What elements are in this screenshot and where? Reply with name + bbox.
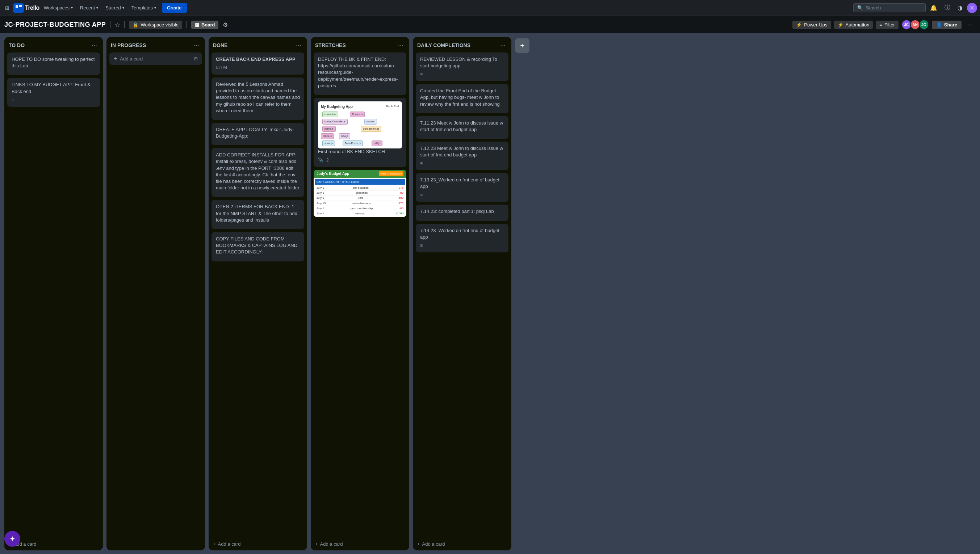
add-card-daily[interactable]: + Add a card bbox=[413, 538, 511, 550]
filter-icon: ≡ bbox=[879, 22, 882, 27]
list-title-inprogress: IN PROGRESS bbox=[111, 42, 192, 48]
desc-icon: ≡ bbox=[11, 97, 14, 103]
add-list-area: + bbox=[515, 37, 535, 550]
power-ups-button[interactable]: ⚡ Power-Ups bbox=[792, 21, 831, 29]
card-done-6[interactable]: COPY FILES AND CODE FROM BOOKMARKS & CAP… bbox=[212, 232, 304, 261]
add-icon-stretches: + bbox=[315, 541, 318, 547]
list-header-stretches: STRETCHES ··· bbox=[311, 37, 409, 53]
trello-logo[interactable]: Trello bbox=[13, 3, 40, 13]
list-inprogress: IN PROGRESS ··· + Add a card ⊞ bbox=[107, 37, 205, 550]
desc-icon-d4: ≡ bbox=[420, 161, 423, 167]
list-content-stretches: DEPLOY THE BK & FRNT END: https://github… bbox=[311, 53, 409, 538]
desc-icon-d1: ≡ bbox=[420, 71, 423, 78]
card-done-4[interactable]: ADD CORRECT INSTALLS FOR APP: Install ex… bbox=[212, 148, 304, 197]
card-daily-6[interactable]: 7.14.23: completed part 1: psql Lab bbox=[416, 205, 509, 221]
header-separator-3 bbox=[186, 21, 187, 28]
add-icon-done: + bbox=[213, 541, 216, 547]
list-content-todo: HOPE TO DO some tweaking to perfect this… bbox=[4, 53, 103, 538]
add-card-stretches[interactable]: + Add a card bbox=[311, 538, 409, 550]
attachment-count: 2 bbox=[326, 157, 329, 163]
grid-icon[interactable]: ⊞ bbox=[3, 5, 11, 11]
workspace-visibility-button[interactable]: 🔒 Workspace visible bbox=[129, 21, 182, 29]
recent-menu[interactable]: Recent ▾ bbox=[77, 4, 101, 12]
board-header: JC-PROJECT-BUDGETING APP ☆ 🔒 Workspace v… bbox=[0, 16, 980, 33]
list-dailycompletions: DAILY COMPLETIONS ··· REVIEWED LESSON & … bbox=[413, 37, 511, 550]
card-stretch-3[interactable]: Judy's Budget App New Transaction BANK A… bbox=[313, 170, 406, 217]
card-todo-1[interactable]: HOPE TO DO some tweaking to perfect this… bbox=[7, 53, 100, 75]
add-list-button[interactable]: + bbox=[515, 38, 530, 53]
list-header-todo: TO DO ··· bbox=[4, 37, 103, 53]
create-button[interactable]: Create bbox=[162, 3, 186, 13]
list-content-done: CREATE BACK END EXPRESS APP ☑ 0/4 Review… bbox=[208, 53, 307, 538]
card-stretch-2[interactable]: My Budgeting App Back End Routes.js budg… bbox=[313, 98, 406, 167]
checklist-badge: ☑ 0/4 bbox=[216, 65, 228, 71]
list-todo: TO DO ··· HOPE TO DO some tweaking to pe… bbox=[4, 37, 103, 550]
list-header-inprogress: IN PROGRESS ··· bbox=[107, 37, 205, 53]
list-menu-done[interactable]: ··· bbox=[294, 41, 303, 49]
templates-menu[interactable]: Templates ▾ bbox=[129, 4, 159, 12]
list-title-done: DONE bbox=[213, 42, 294, 48]
add-icon-daily: + bbox=[417, 541, 420, 547]
board-header-right: ⚡ Power-Ups ⚡ Automation ≡ Filter JC AH … bbox=[792, 19, 976, 30]
trello-wordmark: Trello bbox=[25, 5, 40, 11]
card-daily-2[interactable]: Created the Front End of the Budget App,… bbox=[416, 84, 509, 113]
starred-chevron: ▾ bbox=[123, 6, 124, 10]
theme-button[interactable]: ◑ bbox=[955, 3, 966, 13]
card-daily-5[interactable]: 7.13.23_Worked on frnt end of budget app… bbox=[416, 173, 509, 202]
search-bar[interactable]: 🔍 Search bbox=[853, 3, 926, 12]
share-icon: 👤 bbox=[936, 22, 942, 27]
star-button[interactable]: ☆ bbox=[115, 21, 120, 28]
card-stretch-1[interactable]: DEPLOY THE BK & FRNT END: https://github… bbox=[313, 53, 406, 95]
user-avatar[interactable]: JC bbox=[967, 3, 977, 13]
add-card-inline-btn[interactable]: + bbox=[114, 56, 117, 62]
templates-chevron: ▾ bbox=[154, 6, 156, 10]
add-card-done[interactable]: + Add a card bbox=[208, 538, 307, 550]
power-ups-icon: ⚡ bbox=[796, 22, 802, 27]
list-header-daily: DAILY COMPLETIONS ··· bbox=[413, 37, 511, 53]
list-menu-inprogress[interactable]: ··· bbox=[192, 41, 200, 49]
automation-icon: ⚡ bbox=[838, 22, 843, 27]
list-menu-daily[interactable]: ··· bbox=[499, 41, 507, 49]
template-icon[interactable]: ⊞ bbox=[194, 56, 198, 61]
filter-button[interactable]: ≡ Filter bbox=[876, 21, 898, 29]
board-title: JC-PROJECT-BUDGETING APP bbox=[4, 21, 106, 29]
card-daily-1[interactable]: REVIEWED LESSON & recording To start bud… bbox=[416, 53, 509, 81]
list-content-inprogress: + Add a card ⊞ bbox=[107, 53, 205, 550]
recent-chevron: ▾ bbox=[96, 6, 98, 10]
card-daily-4[interactable]: 7.12.23 Meet w John to discuss issue w s… bbox=[416, 142, 509, 170]
share-button[interactable]: 👤 Share bbox=[932, 21, 961, 29]
board-canvas: TO DO ··· HOPE TO DO some tweaking to pe… bbox=[0, 33, 980, 554]
add-card-inline: + Add a card ⊞ bbox=[109, 53, 202, 65]
card-done-1[interactable]: CREATE BACK END EXPRESS APP ☑ 0/4 bbox=[212, 53, 304, 75]
list-menu-todo[interactable]: ··· bbox=[90, 41, 99, 49]
automation-button[interactable]: ⚡ Automation bbox=[834, 21, 873, 29]
list-title-todo: TO DO bbox=[9, 42, 90, 48]
list-done: DONE ··· CREATE BACK END EXPRESS APP ☑ 0… bbox=[208, 37, 307, 550]
top-nav: ⊞ Trello Workspaces ▾ Recent ▾ Starred ▾… bbox=[0, 0, 980, 16]
workspace-icon: 🔒 bbox=[132, 22, 138, 27]
card-done-5[interactable]: OPEN 2 ITERMS FOR BACK END- 1 for the NM… bbox=[212, 200, 304, 229]
add-card-inline-label: Add a card bbox=[120, 56, 143, 62]
card-done-2[interactable]: Reviewed the 5 Lessons Ahmad provided to… bbox=[212, 78, 304, 120]
info-button[interactable]: ⓘ bbox=[942, 3, 953, 13]
card-done-3[interactable]: CREATE APP LOCALLY- mkdir Judy-Budgeting… bbox=[212, 123, 304, 145]
starred-menu[interactable]: Starred ▾ bbox=[102, 4, 127, 12]
list-menu-stretches[interactable]: ··· bbox=[396, 41, 405, 49]
card-daily-7[interactable]: 7.14.23_Worked on frnt end of budget app… bbox=[416, 224, 509, 252]
avatar-group: JC AH JG bbox=[901, 19, 929, 30]
card-daily-3[interactable]: 7.11.23 Meet w John to discuss issue w s… bbox=[416, 116, 509, 138]
attachment-icon: 📎 bbox=[318, 157, 323, 163]
more-button[interactable]: ··· bbox=[964, 19, 976, 30]
board-view-button[interactable]: ▦ Board bbox=[191, 21, 219, 29]
header-separator bbox=[110, 21, 110, 28]
customize-button[interactable]: ⚙ bbox=[221, 20, 229, 30]
bottom-app-icon[interactable]: ✦ bbox=[4, 531, 20, 547]
workspaces-menu[interactable]: Workspaces ▾ bbox=[41, 4, 76, 12]
avatar-jg[interactable]: JG bbox=[919, 19, 929, 30]
notifications-button[interactable]: 🔔 bbox=[927, 3, 940, 13]
checklist-icon: ☑ bbox=[216, 65, 220, 71]
card-todo-2[interactable]: LINKS TO MY BUDGET APP: Front & Back end… bbox=[7, 78, 100, 107]
budget-app-image: Judy's Budget App New Transaction BANK A… bbox=[313, 170, 406, 217]
sketch-image: My Budgeting App Back End Routes.js budg… bbox=[318, 101, 402, 148]
workspaces-chevron: ▾ bbox=[71, 6, 73, 10]
